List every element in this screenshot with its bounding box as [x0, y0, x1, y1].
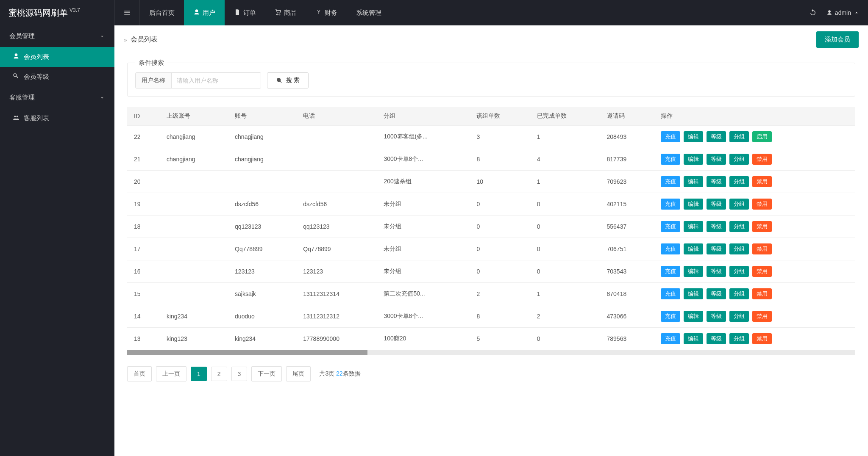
group-button[interactable]: 分组 [729, 288, 749, 299]
group-button[interactable]: 分组 [729, 199, 749, 210]
user-name: admin [835, 9, 851, 16]
topnav-item-4[interactable]: ¥财务 [306, 0, 347, 25]
sidebar-group-label: 客服管理 [9, 94, 35, 102]
cell-group-count: 2 [470, 283, 530, 305]
refresh-button[interactable] [804, 4, 821, 21]
topnav-item-0[interactable]: 后台首页 [140, 0, 184, 25]
group-button[interactable]: 分组 [729, 266, 749, 277]
page-last[interactable]: 尾页 [286, 366, 311, 381]
recharge-button[interactable]: 充值 [661, 199, 680, 210]
edit-button[interactable]: 编辑 [684, 221, 703, 232]
topnav-item-5[interactable]: 系统管理 [347, 0, 391, 25]
cell-group: 未分组 [377, 193, 470, 216]
cell-parent [160, 216, 228, 238]
edit-button[interactable]: 编辑 [684, 131, 703, 142]
edit-button[interactable]: 编辑 [684, 333, 703, 344]
table-row: 20200速杀组101709623充值编辑等级分组禁用 [127, 171, 855, 193]
status-toggle-button[interactable]: 禁用 [752, 221, 772, 232]
status-toggle-button[interactable]: 禁用 [752, 311, 772, 322]
page-next[interactable]: 下一页 [251, 366, 282, 381]
edit-button[interactable]: 编辑 [684, 243, 703, 254]
sidebar-group-1[interactable]: 客服管理 [0, 87, 114, 108]
edit-button[interactable]: 编辑 [684, 199, 703, 210]
group-button[interactable]: 分组 [729, 221, 749, 232]
edit-button[interactable]: 编辑 [684, 154, 703, 165]
level-button[interactable]: 等级 [707, 176, 726, 187]
level-button[interactable]: 等级 [707, 333, 726, 344]
recharge-button[interactable]: 充值 [661, 221, 680, 232]
topnav-item-2[interactable]: 订单 [225, 0, 265, 25]
recharge-button[interactable]: 充值 [661, 266, 680, 277]
group-button[interactable]: 分组 [729, 131, 749, 142]
cell-invite: 703543 [600, 260, 654, 283]
page-1[interactable]: 1 [191, 367, 207, 381]
topnav-item-1[interactable]: 用户 [184, 0, 225, 25]
recharge-button[interactable]: 充值 [661, 288, 680, 299]
level-button[interactable]: 等级 [707, 154, 726, 165]
table-horizontal-scrollbar[interactable] [127, 350, 855, 355]
status-toggle-button[interactable]: 禁用 [752, 199, 772, 210]
page-title: 会员列表 [131, 35, 158, 44]
status-toggle-button[interactable]: 禁用 [752, 288, 772, 299]
sidebar-toggle-button[interactable] [114, 0, 140, 25]
cell-actions: 充值编辑等级分组禁用 [654, 238, 855, 260]
page-2[interactable]: 2 [211, 367, 227, 381]
chevron-down-icon [99, 33, 105, 39]
recharge-button[interactable]: 充值 [661, 311, 680, 322]
level-button[interactable]: 等级 [707, 131, 726, 142]
sidebar-item-1-0[interactable]: 客服列表 [0, 108, 114, 128]
table-row: 19dszcfd56dszcfd56未分组00402115充值编辑等级分组禁用 [127, 193, 855, 216]
edit-button[interactable]: 编辑 [684, 311, 703, 322]
edit-button[interactable]: 编辑 [684, 176, 703, 187]
sidebar-item-label: 客服列表 [24, 114, 49, 122]
chevron-right-icon: » [124, 36, 127, 43]
recharge-button[interactable]: 充值 [661, 243, 680, 254]
level-button[interactable]: 等级 [707, 243, 726, 254]
cell-done: 0 [530, 193, 600, 216]
group-button[interactable]: 分组 [729, 333, 749, 344]
status-toggle-button[interactable]: 禁用 [752, 243, 772, 254]
sidebar-group-0[interactable]: 会员管理 [0, 25, 114, 47]
status-toggle-button[interactable]: 启用 [752, 131, 772, 142]
topnav-label: 系统管理 [356, 9, 381, 17]
status-toggle-button[interactable]: 禁用 [752, 154, 772, 165]
recharge-button[interactable]: 充值 [661, 154, 680, 165]
page-3[interactable]: 3 [231, 367, 248, 381]
level-button[interactable]: 等级 [707, 311, 726, 322]
level-button[interactable]: 等级 [707, 199, 726, 210]
edit-button[interactable]: 编辑 [684, 266, 703, 277]
cell-parent [160, 283, 228, 305]
status-toggle-button[interactable]: 禁用 [752, 176, 772, 187]
group-button[interactable]: 分组 [729, 176, 749, 187]
edit-button[interactable]: 编辑 [684, 288, 703, 299]
group-button[interactable]: 分组 [729, 154, 749, 165]
add-member-button[interactable]: 添加会员 [816, 31, 859, 48]
group-button[interactable]: 分组 [729, 243, 749, 254]
group-button[interactable]: 分组 [729, 311, 749, 322]
recharge-button[interactable]: 充值 [661, 176, 680, 187]
recharge-button[interactable]: 充值 [661, 333, 680, 344]
sidebar-item-0-1[interactable]: 会员等级 [0, 67, 114, 87]
recharge-button[interactable]: 充值 [661, 131, 680, 142]
level-button[interactable]: 等级 [707, 288, 726, 299]
status-toggle-button[interactable]: 禁用 [752, 333, 772, 344]
cell-phone: 17788990000 [296, 328, 377, 350]
cell-account: changjiang [228, 148, 296, 171]
cell-group-count: 8 [470, 305, 530, 328]
user-menu[interactable]: admin [826, 9, 860, 16]
col-header-4: 分组 [377, 107, 470, 126]
cell-account: king234 [228, 328, 296, 350]
cell-actions: 充值编辑等级分组启用 [654, 126, 855, 148]
scrollbar-thumb[interactable] [127, 350, 367, 355]
sidebar-item-0-0[interactable]: 会员列表 [0, 47, 114, 67]
search-button[interactable]: 搜 索 [267, 72, 309, 88]
cell-id: 19 [127, 193, 160, 216]
level-button[interactable]: 等级 [707, 221, 726, 232]
search-icon [276, 77, 283, 84]
page-prev[interactable]: 上一页 [156, 366, 186, 381]
status-toggle-button[interactable]: 禁用 [752, 266, 772, 277]
topnav-item-3[interactable]: 商品 [265, 0, 306, 25]
username-input[interactable] [172, 73, 261, 88]
level-button[interactable]: 等级 [707, 266, 726, 277]
page-first[interactable]: 首页 [127, 366, 152, 381]
